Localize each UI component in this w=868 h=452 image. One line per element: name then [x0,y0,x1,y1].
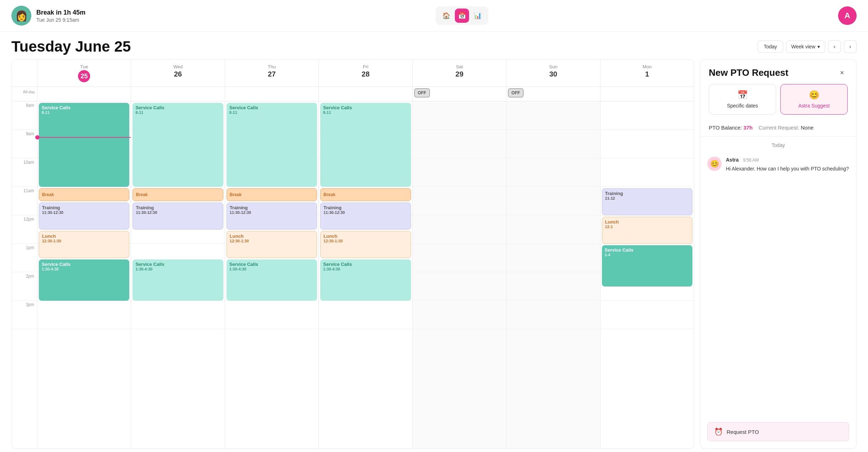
col-tue: Service Calls 8-11 Break Training 11:30-… [37,101,131,448]
time-1pm: 1pm [12,244,37,272]
pto-options: 📅 Specific dates 😊 Astra Suggest [700,84,856,120]
time-11am: 11am [12,187,37,215]
all-day-sat: OFF [413,87,506,101]
balance-label: PTO Balance: [709,125,742,131]
off-badge-sun: OFF [508,88,524,98]
time-12pm: 12pm [12,215,37,244]
all-day-label: All-day [12,87,37,101]
time-8am: 8am [12,101,37,130]
day-header-mon: Mon 1 [601,60,694,86]
event-break-tue[interactable]: Break [39,188,129,201]
status-title: Break in 1h 45m [36,9,85,16]
astra-suggest-option[interactable]: 😊 Astra Suggest [780,84,848,115]
time-10am: 10am [12,158,37,187]
day-header-thu: Thu 27 [225,60,319,86]
header-info: Break in 1h 45m Tue Jun 25 9:15am [36,9,85,23]
user-initial-avatar: A [838,6,857,25]
home-nav-button[interactable]: 🏠 [439,9,453,23]
off-badge-sat: OFF [414,88,430,98]
request-pto-button[interactable]: ⏰ Request PTO [707,422,849,441]
event-training-tue[interactable]: Training 11:30-12:30 [39,203,129,230]
chat-bubble: Astra 9:56 AM Hi Alexander. How can I he… [726,157,849,173]
day-header-wed: Wed 26 [131,60,225,86]
balance-value: 37h [743,125,753,131]
user-avatar-header: 👩 [11,6,31,26]
event-service-calls-thu-2[interactable]: Service Calls 1:30-4:30 [227,259,317,301]
event-training-fri[interactable]: Training 11:30-12:30 [320,203,411,230]
request-label: Current Request: [759,125,799,131]
header-nav: 🏠 📅 📊 [436,6,488,25]
panel-title: New PTO Request [709,67,788,78]
chat-time: 9:56 AM [743,158,759,163]
today-button[interactable]: Today [758,41,783,53]
calendar-grid: Service Calls 8-11 Break Training 11:30-… [37,101,694,448]
chat-section: Today 😊 Astra 9:56 AM Hi Alexander. How … [700,137,856,418]
event-service-calls-wed-2[interactable]: Service Calls 1:30-4:30 [132,259,223,301]
header-right: A [838,6,857,25]
day-header-sat: Sat 29 [413,60,506,86]
event-lunch-tue[interactable]: Lunch 12:30-1:30 [39,231,129,258]
event-service-calls-thu[interactable]: Service Calls 8-11 [227,103,317,187]
time-9am: 9am [12,130,37,158]
astra-avatar: 😊 [707,157,722,171]
app-header: 👩 Break in 1h 45m Tue Jun 25 9:15am 🏠 📅 … [0,0,868,32]
day-header-sun: Sun 30 [506,60,600,86]
event-break-thu[interactable]: Break [227,188,317,201]
view-select[interactable]: Week view ▾ [786,41,825,53]
chat-sender: Astra [726,157,739,163]
request-pto-icon: ⏰ [714,427,723,436]
panel-header: New PTO Request × [700,60,856,84]
calendar: Tue 25 Wed 26 Thu 27 Fri 28 Sat 29 Sun 3… [11,59,694,449]
event-lunch-thu[interactable]: Lunch 12:30-1:30 [227,231,317,258]
event-break-wed[interactable]: Break [132,188,223,201]
main-content: Tue 25 Wed 26 Thu 27 Fri 28 Sat 29 Sun 3… [0,59,868,452]
col-fri: Service Calls 8-11 Break Training 11:30-… [319,101,412,448]
prev-button[interactable]: ‹ [828,40,841,53]
now-line [37,137,131,138]
event-lunch-mon[interactable]: Lunch 12-1 [602,217,692,244]
request-value: None [801,125,814,131]
header-left: 👩 Break in 1h 45m Tue Jun 25 9:15am [11,6,85,26]
event-lunch-fri[interactable]: Lunch 12:30-1:30 [320,231,411,258]
chart-nav-button[interactable]: 📊 [471,9,485,23]
col-thu: Service Calls 8-11 Break Training 11:30-… [225,101,319,448]
chat-message: 😊 Astra 9:56 AM Hi Alexander. How can I … [700,154,856,178]
calendar-header: Tue 25 Wed 26 Thu 27 Fri 28 Sat 29 Sun 3… [12,60,694,87]
event-service-calls-mon[interactable]: Service Calls 1-4 [602,245,692,287]
event-training-thu[interactable]: Training 11:30-12:30 [227,203,317,230]
day-header-fri: Fri 28 [319,60,412,86]
all-day-sun: OFF [506,87,600,101]
col-sat [413,101,506,448]
time-col-header [12,60,37,86]
calendar-option-icon: 📅 [737,90,748,100]
col-mon: Training 11-12 Lunch 12-1 Service Calls … [601,101,694,448]
all-day-mon [601,87,694,101]
event-break-fri[interactable]: Break [320,188,411,201]
calendar-nav-button[interactable]: 📅 [455,9,469,23]
next-button[interactable]: › [844,40,857,53]
time-2pm: 2pm [12,272,37,301]
request-pto-label: Request PTO [727,429,759,435]
right-panel: New PTO Request × 📅 Specific dates 😊 Ast… [700,59,857,449]
page-title: Tuesday June 25 [11,38,131,55]
time-labels: 8am 9am 10am 11am 12pm 1pm 2pm 3pm [12,101,37,448]
status-subtitle: Tue Jun 25 9:15am [36,17,85,23]
view-controls: Today Week view ▾ ‹ › [758,40,857,53]
event-service-calls-tue-2[interactable]: Service Calls 1:30-4:30 [39,259,129,301]
col-wed: Service Calls 8-11 Break Training 11:30-… [131,101,225,448]
event-service-calls-fri[interactable]: Service Calls 8-11 [320,103,411,187]
all-day-thu [225,87,319,101]
event-training-mon[interactable]: Training 11-12 [602,188,692,215]
time-3pm: 3pm [12,301,37,329]
specific-dates-option[interactable]: 📅 Specific dates [709,84,776,115]
all-day-wed [131,87,225,101]
close-button[interactable]: × [836,67,848,78]
specific-dates-label: Specific dates [727,103,758,109]
event-service-calls-tue[interactable]: Service Calls 8-11 [39,103,129,187]
page-header: Tuesday June 25 Today Week view ▾ ‹ › [0,32,868,59]
pto-balance-row: PTO Balance: 37h Current Request: None [700,120,856,136]
event-service-calls-fri-2[interactable]: Service Calls 1:30-4:30 [320,259,411,301]
event-training-wed[interactable]: Training 11:30-12:30 [132,203,223,230]
calendar-body: 8am 9am 10am 11am 12pm 1pm 2pm 3pm [12,101,694,448]
event-service-calls-wed[interactable]: Service Calls 8-11 [132,103,223,187]
